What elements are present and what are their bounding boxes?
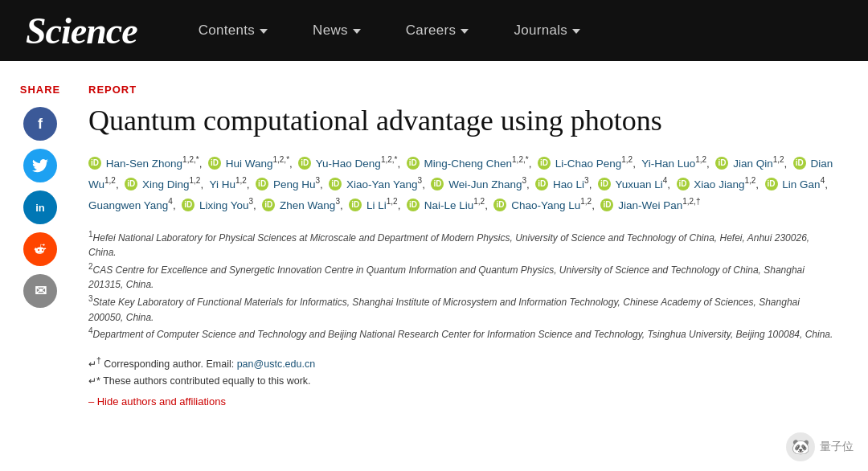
orcid-icon: iD (715, 157, 728, 170)
share-sidebar: SHARE f in ✉ (0, 84, 80, 416)
author-23[interactable]: Chao-Yang Lu (511, 199, 580, 211)
orcid-icon: iD (535, 178, 548, 190)
orcid-icon: iD (765, 178, 778, 190)
author-12[interactable]: Xiao-Yan Yang (346, 178, 418, 190)
share-label: SHARE (20, 84, 61, 96)
email-link[interactable]: pan@ustc.edu.cn (237, 358, 315, 370)
footnotes: ↵† Corresponding author. Email: pan@ustc… (88, 354, 836, 412)
article-type-label: REPORT (88, 84, 836, 96)
orcid-icon: iD (349, 199, 362, 211)
corresponding-author-text: Corresponding author. Email: (104, 358, 236, 370)
author-14[interactable]: Hao Li (553, 178, 584, 190)
facebook-share-button[interactable]: f (23, 107, 57, 141)
article-content: REPORT Quantum computational advantage u… (80, 84, 868, 416)
author-2[interactable]: Hui Wang (226, 158, 273, 170)
author-11[interactable]: Peng Hu (273, 178, 316, 190)
orcid-icon: iD (125, 178, 137, 190)
orcid-icon: iD (88, 157, 101, 170)
orcid-icon: iD (256, 178, 268, 190)
author-20[interactable]: Zhen Wang (280, 199, 335, 211)
orcid-icon: iD (493, 199, 506, 211)
author-5[interactable]: Li-Chao Peng (555, 158, 622, 170)
author-13[interactable]: Wei-Jun Zhang (448, 178, 522, 190)
author-16[interactable]: Xiao Jiang (694, 178, 744, 190)
author-22[interactable]: Nai-Le Liu (424, 199, 474, 211)
orcid-icon: iD (298, 157, 311, 170)
nav-contents[interactable]: Contents (176, 0, 290, 61)
chevron-down-icon (572, 29, 580, 34)
orcid-icon: iD (329, 178, 342, 190)
orcid-icon: iD (793, 157, 806, 170)
author-1[interactable]: Han-Sen Zhong (106, 158, 182, 170)
author-18[interactable]: Guangwen Yang (88, 199, 168, 211)
site-logo[interactable]: Science (26, 10, 137, 52)
author-21[interactable]: Li Li (366, 199, 387, 211)
author-15[interactable]: Yuxuan Li (615, 178, 662, 190)
orcid-icon: iD (407, 157, 420, 170)
affiliations: 1Hefei National Laboratory for Physical … (88, 228, 836, 342)
orcid-icon: iD (407, 199, 420, 211)
nav-careers[interactable]: Careers (383, 0, 492, 61)
author-24[interactable]: Jian-Wei Pan (618, 199, 682, 211)
email-share-button[interactable]: ✉ (23, 274, 57, 308)
author-10[interactable]: Yi Hu (209, 178, 235, 190)
orcid-icon: iD (182, 199, 194, 211)
article-title: Quantum computational advantage using ph… (88, 104, 836, 138)
twitter-share-button[interactable] (23, 149, 57, 182)
chevron-down-icon (461, 29, 469, 34)
orcid-icon: iD (262, 199, 275, 211)
author-19[interactable]: Lixing You (199, 199, 249, 211)
orcid-icon: iD (538, 157, 551, 170)
hide-authors-link[interactable]: Hide authors and affiliations (97, 395, 226, 408)
author-4[interactable]: Ming-Cheng Chen (424, 158, 513, 170)
nav-journals[interactable]: Journals (491, 0, 603, 61)
chevron-down-icon (353, 29, 361, 34)
orcid-icon: iD (208, 157, 221, 170)
equal-contribution-text: These authors contributed equally to thi… (103, 375, 310, 387)
reddit-share-button[interactable] (23, 232, 57, 266)
authors-list: iD Han-Sen Zhong1,2,*, iD Hui Wang1,2,*,… (88, 153, 836, 215)
orcid-icon: iD (677, 178, 690, 190)
orcid-icon: iD (598, 178, 611, 190)
author-6[interactable]: Yi-Han Luo (641, 158, 695, 170)
author-7[interactable]: Jian Qin (733, 158, 773, 170)
nav-news[interactable]: News (290, 0, 383, 61)
chevron-down-icon (260, 29, 268, 34)
author-9[interactable]: Xing Ding (142, 178, 190, 190)
author-17[interactable]: Lin Gan (782, 178, 820, 190)
navigation: Science Contents News Careers Journals (0, 0, 868, 61)
orcid-icon: iD (600, 199, 613, 211)
linkedin-share-button[interactable]: in (23, 190, 57, 224)
author-3[interactable]: Yu-Hao Deng (316, 158, 381, 170)
orcid-icon: iD (431, 178, 444, 190)
